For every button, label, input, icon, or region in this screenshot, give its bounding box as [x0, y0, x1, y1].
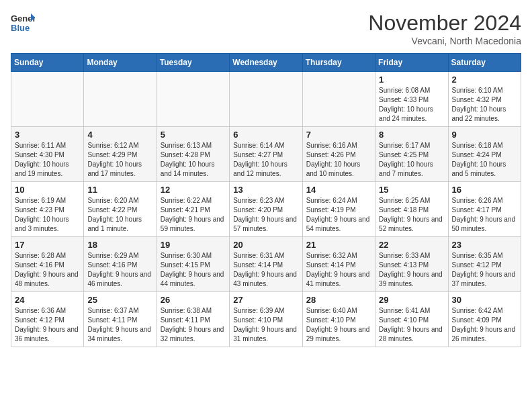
calendar-day-cell: 28Sunrise: 6:40 AM Sunset: 4:10 PM Dayli… — [302, 292, 375, 347]
day-number: 23 — [452, 240, 517, 250]
calendar-week-row: 1Sunrise: 6:08 AM Sunset: 4:33 PM Daylig… — [11, 72, 521, 127]
day-info: Sunrise: 6:14 AM Sunset: 4:27 PM Dayligh… — [233, 141, 298, 179]
day-info: Sunrise: 6:08 AM Sunset: 4:33 PM Dayligh… — [379, 86, 444, 124]
calendar-table: SundayMondayTuesdayWednesdayThursdayFrid… — [11, 53, 521, 347]
day-number: 18 — [87, 240, 152, 250]
calendar-day-cell: 15Sunrise: 6:25 AM Sunset: 4:18 PM Dayli… — [375, 182, 448, 237]
calendar-week-row: 24Sunrise: 6:36 AM Sunset: 4:12 PM Dayli… — [11, 292, 521, 347]
calendar-day-cell — [84, 72, 157, 127]
day-info: Sunrise: 6:22 AM Sunset: 4:21 PM Dayligh… — [161, 196, 226, 234]
calendar-week-row: 17Sunrise: 6:28 AM Sunset: 4:16 PM Dayli… — [11, 237, 521, 292]
page-header: General Blue November 2024 Vevcani, Nort… — [11, 11, 521, 46]
calendar-day-cell: 23Sunrise: 6:35 AM Sunset: 4:12 PM Dayli… — [448, 237, 521, 292]
calendar-day-cell — [11, 72, 84, 127]
day-number: 22 — [379, 240, 444, 250]
day-number: 14 — [306, 185, 371, 195]
day-number: 30 — [452, 295, 517, 305]
day-number: 21 — [306, 240, 371, 250]
weekday-header: Tuesday — [157, 54, 229, 72]
day-info: Sunrise: 6:30 AM Sunset: 4:15 PM Dayligh… — [161, 251, 226, 289]
weekday-header: Friday — [375, 54, 448, 72]
calendar-day-cell: 11Sunrise: 6:20 AM Sunset: 4:22 PM Dayli… — [84, 182, 157, 237]
weekday-header: Thursday — [302, 54, 375, 72]
day-number: 24 — [15, 295, 80, 305]
day-info: Sunrise: 6:31 AM Sunset: 4:14 PM Dayligh… — [233, 251, 298, 289]
day-info: Sunrise: 6:16 AM Sunset: 4:26 PM Dayligh… — [306, 141, 371, 179]
day-info: Sunrise: 6:39 AM Sunset: 4:10 PM Dayligh… — [233, 306, 298, 344]
day-info: Sunrise: 6:23 AM Sunset: 4:20 PM Dayligh… — [233, 196, 298, 234]
day-number: 10 — [15, 185, 80, 195]
weekday-header: Saturday — [448, 54, 521, 72]
day-number: 16 — [452, 185, 517, 195]
calendar-day-cell: 30Sunrise: 6:42 AM Sunset: 4:09 PM Dayli… — [448, 292, 521, 347]
calendar-day-cell: 21Sunrise: 6:32 AM Sunset: 4:14 PM Dayli… — [302, 237, 375, 292]
calendar-day-cell: 25Sunrise: 6:37 AM Sunset: 4:11 PM Dayli… — [84, 292, 157, 347]
calendar-week-row: 3Sunrise: 6:11 AM Sunset: 4:30 PM Daylig… — [11, 127, 521, 182]
day-info: Sunrise: 6:32 AM Sunset: 4:14 PM Dayligh… — [306, 251, 371, 289]
day-info: Sunrise: 6:26 AM Sunset: 4:17 PM Dayligh… — [452, 196, 517, 234]
day-number: 20 — [233, 240, 298, 250]
day-number: 25 — [87, 295, 152, 305]
day-info: Sunrise: 6:10 AM Sunset: 4:32 PM Dayligh… — [452, 86, 517, 124]
day-info: Sunrise: 6:35 AM Sunset: 4:12 PM Dayligh… — [452, 251, 517, 289]
calendar-day-cell: 8Sunrise: 6:17 AM Sunset: 4:25 PM Daylig… — [375, 127, 448, 182]
calendar-day-cell: 18Sunrise: 6:29 AM Sunset: 4:16 PM Dayli… — [84, 237, 157, 292]
day-number: 9 — [452, 130, 517, 140]
calendar-day-cell: 5Sunrise: 6:13 AM Sunset: 4:28 PM Daylig… — [157, 127, 229, 182]
logo: General Blue — [11, 11, 35, 35]
day-info: Sunrise: 6:36 AM Sunset: 4:12 PM Dayligh… — [15, 306, 80, 344]
logo-icon: General Blue — [11, 11, 35, 35]
calendar-day-cell: 20Sunrise: 6:31 AM Sunset: 4:14 PM Dayli… — [230, 237, 302, 292]
calendar-day-cell: 9Sunrise: 6:18 AM Sunset: 4:24 PM Daylig… — [448, 127, 521, 182]
day-info: Sunrise: 6:11 AM Sunset: 4:30 PM Dayligh… — [15, 141, 80, 179]
day-number: 3 — [15, 130, 80, 140]
calendar-day-cell: 6Sunrise: 6:14 AM Sunset: 4:27 PM Daylig… — [230, 127, 302, 182]
day-number: 15 — [379, 185, 444, 195]
calendar-day-cell: 22Sunrise: 6:33 AM Sunset: 4:13 PM Dayli… — [375, 237, 448, 292]
day-info: Sunrise: 6:41 AM Sunset: 4:10 PM Dayligh… — [379, 306, 444, 344]
calendar-day-cell: 29Sunrise: 6:41 AM Sunset: 4:10 PM Dayli… — [375, 292, 448, 347]
weekday-header: Monday — [84, 54, 157, 72]
day-number: 6 — [233, 130, 298, 140]
day-number: 1 — [379, 75, 444, 85]
day-number: 4 — [87, 130, 152, 140]
day-info: Sunrise: 6:25 AM Sunset: 4:18 PM Dayligh… — [379, 196, 444, 234]
calendar-day-cell: 3Sunrise: 6:11 AM Sunset: 4:30 PM Daylig… — [11, 127, 84, 182]
month-title: November 2024 — [368, 11, 521, 36]
calendar-day-cell: 7Sunrise: 6:16 AM Sunset: 4:26 PM Daylig… — [302, 127, 375, 182]
day-info: Sunrise: 6:12 AM Sunset: 4:29 PM Dayligh… — [87, 141, 152, 179]
day-number: 2 — [452, 75, 517, 85]
svg-text:Blue: Blue — [11, 23, 30, 33]
day-number: 17 — [15, 240, 80, 250]
day-info: Sunrise: 6:42 AM Sunset: 4:09 PM Dayligh… — [452, 306, 517, 344]
calendar-day-cell: 16Sunrise: 6:26 AM Sunset: 4:17 PM Dayli… — [448, 182, 521, 237]
day-info: Sunrise: 6:17 AM Sunset: 4:25 PM Dayligh… — [379, 141, 444, 179]
day-info: Sunrise: 6:28 AM Sunset: 4:16 PM Dayligh… — [15, 251, 80, 289]
day-info: Sunrise: 6:20 AM Sunset: 4:22 PM Dayligh… — [87, 196, 152, 234]
day-number: 11 — [87, 185, 152, 195]
weekday-header: Sunday — [11, 54, 84, 72]
calendar-day-cell: 10Sunrise: 6:19 AM Sunset: 4:23 PM Dayli… — [11, 182, 84, 237]
location-subtitle: Vevcani, North Macedonia — [368, 36, 521, 46]
day-number: 29 — [379, 295, 444, 305]
day-number: 12 — [161, 185, 226, 195]
day-info: Sunrise: 6:37 AM Sunset: 4:11 PM Dayligh… — [87, 306, 152, 344]
day-number: 13 — [233, 185, 298, 195]
calendar-header-row: SundayMondayTuesdayWednesdayThursdayFrid… — [11, 54, 521, 72]
calendar-day-cell — [230, 72, 302, 127]
day-info: Sunrise: 6:33 AM Sunset: 4:13 PM Dayligh… — [379, 251, 444, 289]
day-number: 7 — [306, 130, 371, 140]
day-info: Sunrise: 6:13 AM Sunset: 4:28 PM Dayligh… — [161, 141, 226, 179]
day-number: 8 — [379, 130, 444, 140]
day-info: Sunrise: 6:40 AM Sunset: 4:10 PM Dayligh… — [306, 306, 371, 344]
calendar-day-cell: 1Sunrise: 6:08 AM Sunset: 4:33 PM Daylig… — [375, 72, 448, 127]
calendar-day-cell: 13Sunrise: 6:23 AM Sunset: 4:20 PM Dayli… — [230, 182, 302, 237]
weekday-header: Wednesday — [230, 54, 302, 72]
calendar-day-cell: 27Sunrise: 6:39 AM Sunset: 4:10 PM Dayli… — [230, 292, 302, 347]
calendar-day-cell: 2Sunrise: 6:10 AM Sunset: 4:32 PM Daylig… — [448, 72, 521, 127]
calendar-week-row: 10Sunrise: 6:19 AM Sunset: 4:23 PM Dayli… — [11, 182, 521, 237]
calendar-day-cell: 4Sunrise: 6:12 AM Sunset: 4:29 PM Daylig… — [84, 127, 157, 182]
day-info: Sunrise: 6:38 AM Sunset: 4:11 PM Dayligh… — [161, 306, 226, 344]
calendar-day-cell: 12Sunrise: 6:22 AM Sunset: 4:21 PM Dayli… — [157, 182, 229, 237]
calendar-day-cell: 19Sunrise: 6:30 AM Sunset: 4:15 PM Dayli… — [157, 237, 229, 292]
